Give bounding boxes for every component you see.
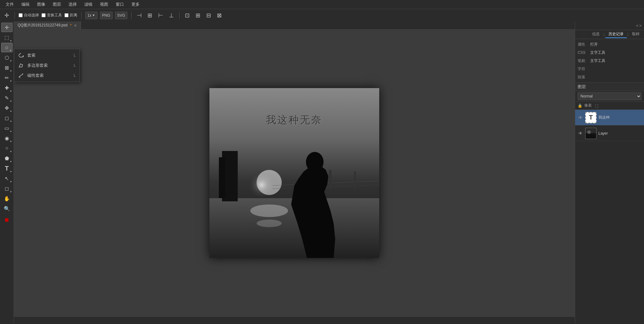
tool-gradient[interactable]: ▭ ▶: [1, 123, 13, 133]
layer-text-visibility[interactable]: 👁: [578, 115, 583, 120]
tool-shape[interactable]: ◻ ▶: [1, 184, 13, 193]
tool-pen[interactable]: ⬟ ▶: [1, 154, 13, 163]
tool-crop[interactable]: ⊠ ▶: [1, 63, 13, 72]
tool-dodge[interactable]: ○ ▶: [1, 143, 13, 153]
auto-select-checkbox[interactable]: 自动选择: [19, 13, 39, 18]
dodge-icon: ○: [5, 145, 8, 151]
menu-window[interactable]: 窗口: [113, 1, 127, 8]
lasso-ctx-icon: [18, 52, 24, 59]
menu-file[interactable]: 文件: [3, 1, 17, 8]
layer-image-thumbnail: [585, 128, 597, 139]
layer-row-text[interactable]: 👁 T 我这种: [575, 110, 644, 126]
menu-bar: 文件 编辑 图像 图层 选择 滤镜 视图 窗口 更多: [0, 0, 644, 9]
tool-corner-blur: ▶: [10, 140, 12, 142]
tab-divider-1: |: [603, 32, 604, 37]
toolbar-separator-4: [179, 12, 180, 19]
move-tool-icon[interactable]: ✛: [3, 11, 11, 20]
tab-divider-2: |: [627, 32, 628, 37]
transform-checkbox[interactable]: 变换工具: [42, 13, 62, 18]
menu-edit[interactable]: 编辑: [18, 1, 33, 8]
status-bar: CSDN @主题模板站: [0, 316, 644, 324]
brush-value: 文字工具: [590, 58, 605, 64]
tab-history[interactable]: 历史记录: [605, 31, 627, 38]
right-panel-tabs: 信息 | 历史记录 | 取样: [575, 30, 644, 39]
row-paragraph: 段落: [578, 73, 641, 81]
transform-label: 变换工具: [47, 13, 62, 18]
menu-layer[interactable]: 图层: [50, 1, 64, 8]
polygon-lasso-ctx-label: 多边形套索: [27, 63, 70, 68]
layer-text-thumbnail: T: [585, 112, 597, 123]
distance-label: 距离: [70, 13, 77, 18]
distribute-icon-2[interactable]: ⊞: [194, 11, 202, 20]
align-center-h-icon[interactable]: ⊞: [146, 11, 154, 20]
distribute-icon-1[interactable]: ⊡: [183, 11, 192, 20]
canvas-image[interactable]: 我这种无奈: [209, 88, 379, 258]
menu-view[interactable]: 视图: [97, 1, 111, 8]
menu-filter[interactable]: 滤镜: [81, 1, 96, 8]
css-label: CSS: [578, 50, 588, 55]
tool-brush[interactable]: ✎ ▶: [1, 93, 13, 103]
tool-heal[interactable]: ✚ ▶: [1, 83, 13, 92]
menu-more[interactable]: 更多: [128, 1, 143, 8]
tool-move[interactable]: ✛: [1, 23, 13, 32]
tab-info[interactable]: 信息: [589, 31, 603, 38]
layer-text-name: 我这种: [598, 115, 641, 120]
tool-magic-wand[interactable]: ⬡ ▶: [1, 53, 13, 62]
tool-corner-path: ▶: [10, 180, 12, 182]
tab-sample[interactable]: 取样: [629, 31, 643, 38]
distribute-icon-4[interactable]: ⊠: [215, 11, 224, 20]
lasso-ctx-label: 套索: [27, 53, 70, 58]
tool-path-select[interactable]: ↖ ▶: [1, 174, 13, 183]
tool-select-rect[interactable]: ⬚ ▶: [1, 33, 13, 42]
ctx-polygon-lasso[interactable]: 多边形套索 L: [14, 60, 80, 70]
ctx-lasso[interactable]: 套索 L: [14, 50, 80, 60]
zoom-value: 1x: [87, 13, 92, 18]
toolbar: ✛ 自动选择 变换工具 距离 1x ▼ PNG SVG ⊣ ⊞ ⊢ ⊥ ⊡ ⊞ …: [0, 9, 644, 21]
document-tab[interactable]: QQ图片20191215122749.psd * ×: [14, 21, 81, 30]
align-left-icon[interactable]: ⊣: [135, 11, 143, 20]
blend-mode-select[interactable]: Normal: [578, 92, 641, 100]
format-png-btn[interactable]: PNG: [100, 12, 113, 19]
brush-label: 笔刷: [578, 58, 588, 64]
distribute-icon-3[interactable]: ⊟: [205, 11, 213, 20]
attribute-value: 打开: [590, 42, 598, 47]
move-icon: ✛: [5, 25, 9, 31]
format-svg-btn[interactable]: SVG: [115, 12, 127, 19]
right-panel-collapse[interactable]: < >: [575, 21, 644, 30]
distance-checkbox[interactable]: 距离: [64, 13, 77, 18]
align-right-icon[interactable]: ⊢: [157, 11, 165, 20]
transform-input[interactable]: [42, 13, 46, 17]
layer-image-visibility[interactable]: 👁: [578, 131, 583, 136]
layer-row-image[interactable]: 👁 Layer: [575, 126, 644, 141]
zoom-selector[interactable]: 1x ▼: [85, 12, 97, 19]
ctx-magnetic-lasso[interactable]: 磁性套索 L: [14, 70, 80, 81]
auto-select-input[interactable]: [19, 13, 23, 17]
right-sidebar: < > 信息 | 历史记录 | 取样 属性 打开 CSS 文字工具 笔刷 文字工…: [575, 21, 644, 324]
tool-zoom[interactable]: 🔍: [1, 204, 13, 213]
menu-select[interactable]: 选择: [65, 1, 80, 8]
tool-text[interactable]: T ▶: [1, 164, 13, 173]
distance-input[interactable]: [64, 13, 69, 17]
svg-point-2: [257, 170, 282, 195]
tool-lasso[interactable]: ○ ▶: [1, 43, 13, 52]
tool-clone[interactable]: ✥ ▶: [1, 103, 13, 113]
select-rect-icon: ⬚: [4, 35, 9, 41]
foreground-color-icon: ■: [5, 216, 9, 224]
gradient-icon: ▭: [4, 125, 9, 131]
tool-corner-dodge: ▶: [10, 150, 12, 152]
polygon-lasso-ctx-shortcut: L: [74, 63, 76, 68]
layers-panel: 图层 Normal 🔒 像素 ⬚ 👁 T 我这种 👁: [575, 83, 644, 324]
tool-eyedropper[interactable]: ✏ ▶: [1, 73, 13, 82]
menu-image[interactable]: 图像: [34, 1, 48, 8]
tab-close-btn[interactable]: ×: [74, 23, 76, 28]
tool-blur[interactable]: ◉ ▶: [1, 133, 13, 143]
character-label: 字符: [578, 66, 588, 72]
tool-eraser[interactable]: ◻ ▶: [1, 113, 13, 123]
align-bottom-icon[interactable]: ⊥: [167, 11, 175, 20]
tool-foreground-color[interactable]: ■: [1, 215, 13, 225]
collapse-arrow[interactable]: < >: [636, 24, 641, 28]
tool-hand[interactable]: ✋: [1, 194, 13, 203]
row-css: CSS 文字工具: [578, 48, 641, 57]
magnetic-lasso-ctx-label: 磁性套索: [27, 73, 70, 78]
row-attribute: 属性 打开: [578, 40, 641, 48]
